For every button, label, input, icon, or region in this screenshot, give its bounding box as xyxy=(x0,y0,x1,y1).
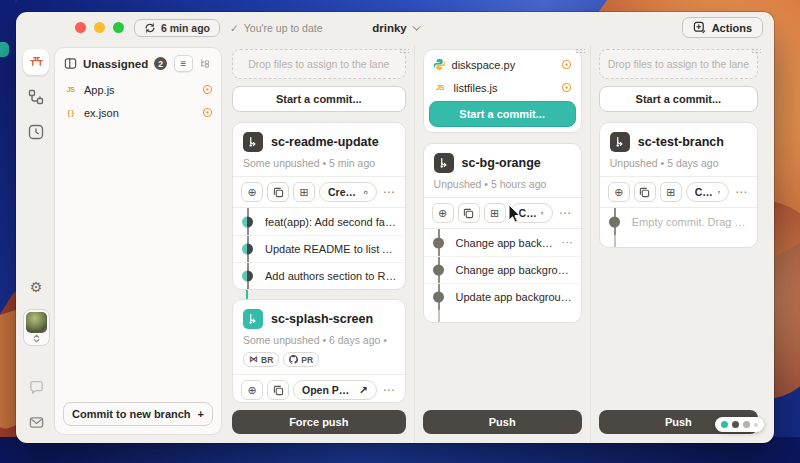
pager-dot[interactable] xyxy=(743,421,750,428)
dropzone[interactable]: Drop files to assign to the lane xyxy=(599,49,758,79)
feedback-button[interactable] xyxy=(23,374,49,400)
workspace-tab[interactable] xyxy=(23,49,49,75)
pager-dot[interactable] xyxy=(754,423,758,427)
inbox-button[interactable] xyxy=(23,409,49,435)
commit-new-label: Commit to new branch xyxy=(72,408,191,420)
pr-template-button[interactable]: ⊞ xyxy=(293,182,315,202)
create-pr-button[interactable]: Create Pull Request xyxy=(319,182,377,202)
branch-header[interactable]: sc-readme-update Some unpushed • 5 min a… xyxy=(233,123,405,176)
assign-button[interactable]: ⊕ xyxy=(241,182,263,202)
github-icon xyxy=(364,187,367,198)
branch-name: sc-test-branch xyxy=(638,135,724,149)
commit-row[interactable]: Update README to list Anne as pr... xyxy=(233,235,405,262)
commit-row[interactable]: Add authors section to README file xyxy=(233,262,405,289)
tree-view-button[interactable] xyxy=(195,55,214,72)
copy-branch-button[interactable] xyxy=(267,182,289,202)
empty-commit-row[interactable]: Empty commit. Drag changes h... xyxy=(600,208,757,235)
open-pr-button[interactable]: Open PR in browser ↗ xyxy=(293,380,377,400)
more-options-button[interactable]: ⋯ xyxy=(381,185,397,199)
pager-dot[interactable] xyxy=(732,421,739,428)
copy-branch-button[interactable] xyxy=(458,203,480,223)
branch-subtitle: Unpushed • 5 hours ago xyxy=(434,178,571,190)
commit-to-new-branch-button[interactable]: Commit to new branch + xyxy=(63,402,213,426)
assign-button[interactable]: ⊕ xyxy=(241,380,263,400)
unassigned-panel: Unassigned 2 ≡ JS App.js xyxy=(54,47,222,435)
branch-badge-br[interactable]: ⋈ BR xyxy=(243,352,279,367)
settings-button[interactable]: ⚙ xyxy=(23,274,49,300)
github-icon xyxy=(541,208,543,219)
start-commit-button[interactable]: Start a commit... xyxy=(232,86,406,112)
js-file-icon: JS xyxy=(433,83,448,92)
push-button[interactable]: Push xyxy=(423,410,582,434)
more-options-button[interactable]: ⋯ xyxy=(733,185,749,199)
badge-label: BR xyxy=(261,355,273,365)
more-options-button[interactable]: ⋯ xyxy=(557,206,573,220)
pr-template-button[interactable]: ⊞ xyxy=(484,203,506,223)
close-button[interactable] xyxy=(75,22,86,33)
branch-header[interactable]: sc-bg-orange Unpushed • 5 hours ago xyxy=(424,144,581,197)
project-switcher[interactable]: drinky xyxy=(372,22,418,34)
commit-line-extension xyxy=(614,235,757,247)
commit-row[interactable]: feat(app): Add second favicon to ... xyxy=(233,208,405,235)
mouse-cursor xyxy=(508,204,524,224)
chevron-updown-icon xyxy=(32,334,41,343)
branches-tab[interactable] xyxy=(23,84,49,110)
branch-subtitle: Unpushed • 5 days ago xyxy=(610,157,747,169)
commit-row[interactable]: Update app background color t... xyxy=(424,283,581,310)
badge-label: PR xyxy=(301,355,313,365)
files-stack-icon xyxy=(64,57,77,70)
start-commit-button[interactable]: Start a commit... xyxy=(429,101,576,127)
actions-button[interactable]: Actions xyxy=(682,17,763,38)
titlebar: 6 min ago ✓ You're up to date drinky Act… xyxy=(16,12,774,43)
lane-sc-readme-update: Drop files to assign to the lane Start a… xyxy=(224,45,414,443)
branch-badge-pr[interactable]: PR xyxy=(283,352,319,367)
list-view-button[interactable]: ≡ xyxy=(174,55,193,72)
modified-status-icon xyxy=(202,107,213,118)
more-options-button[interactable]: ⋯ xyxy=(381,383,397,397)
branches-icon xyxy=(28,89,44,105)
pager-dot-active[interactable] xyxy=(721,421,728,428)
file-row-exjson[interactable]: { } ex.json xyxy=(55,101,221,124)
assign-button[interactable]: ⊕ xyxy=(432,203,454,223)
create-pr-button[interactable]: Create Pull Req... xyxy=(686,182,729,202)
drag-handle-icon[interactable] xyxy=(399,48,409,53)
branch-name: sc-splash-screen xyxy=(271,312,373,326)
unassigned-count-badge: 2 xyxy=(154,57,167,70)
file-name: ex.json xyxy=(84,107,119,119)
branch-connector-line xyxy=(246,290,406,299)
push-label: Push xyxy=(489,416,516,428)
commit-dot-local xyxy=(433,292,444,303)
profile-switcher[interactable] xyxy=(23,309,50,346)
file-row-diskspace[interactable]: diskspace.py xyxy=(427,53,578,76)
open-pr-label: Open PR in browser xyxy=(302,384,354,396)
modified-status-icon xyxy=(561,59,572,70)
minimize-button[interactable] xyxy=(94,22,105,33)
lane-pager[interactable] xyxy=(715,417,764,432)
dropzone-text: Drop files to assign to the lane xyxy=(608,58,749,70)
dropzone-text: Drop files to assign to the lane xyxy=(248,58,389,70)
commit-row[interactable]: Change app background c... ⋯ xyxy=(424,229,581,256)
drag-handle-icon[interactable] xyxy=(575,48,585,53)
assign-button[interactable]: ⊕ xyxy=(608,182,630,202)
dropzone[interactable]: Drop files to assign to the lane xyxy=(232,49,406,79)
branch-mini-icon: ⋈ xyxy=(249,355,258,364)
copy-branch-button[interactable] xyxy=(634,182,656,202)
start-commit-button[interactable]: Start a commit... xyxy=(599,86,758,112)
file-row-appjs[interactable]: JS App.js xyxy=(55,78,221,101)
push-label: Push xyxy=(665,416,692,428)
history-tab[interactable] xyxy=(23,119,49,145)
branch-header[interactable]: sc-test-branch Unpushed • 5 days ago xyxy=(600,123,757,176)
zoom-button[interactable] xyxy=(113,22,124,33)
drag-handle-icon[interactable] xyxy=(751,48,761,53)
commit-more-button[interactable]: ⋯ xyxy=(558,236,573,249)
commit-dot-empty xyxy=(609,216,620,227)
sync-button[interactable]: 6 min ago xyxy=(134,19,220,37)
force-push-button[interactable]: Force push xyxy=(232,410,406,434)
commit-row[interactable]: Change app background color t... xyxy=(424,256,581,283)
copy-branch-button[interactable] xyxy=(267,380,289,400)
pr-template-button[interactable]: ⊞ xyxy=(660,182,682,202)
commit-dot-local-remote xyxy=(242,271,253,282)
branch-header[interactable]: sc-splash-screen Some unpushed • 6 days … xyxy=(233,300,405,374)
file-row-listfiles[interactable]: JS listfiles.js xyxy=(427,76,578,99)
chevron-down-icon xyxy=(412,22,420,30)
